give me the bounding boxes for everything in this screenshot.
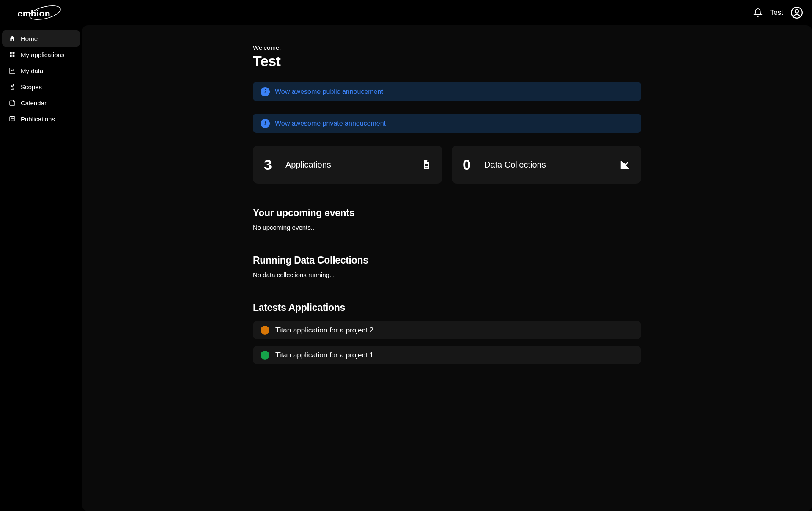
sidebar-item-my-data[interactable]: My data xyxy=(2,63,80,79)
chart-line-icon xyxy=(9,67,16,74)
stat-card-applications[interactable]: 3 Applications xyxy=(253,146,442,184)
stat-label: Applications xyxy=(285,160,421,170)
calendar-icon xyxy=(9,99,16,106)
sidebar-item-label: My applications xyxy=(21,51,64,58)
newspaper-icon xyxy=(9,115,16,122)
bell-icon xyxy=(753,8,763,17)
current-user-label: Test xyxy=(770,8,783,17)
status-dot-icon xyxy=(261,326,269,335)
application-name: Titan application for a project 1 xyxy=(275,351,373,360)
brand-logo[interactable]: embion xyxy=(17,2,63,23)
sidebar-item-applications[interactable]: My applications xyxy=(2,47,80,63)
header-actions: Test xyxy=(753,7,803,19)
svg-rect-6 xyxy=(10,55,12,57)
section-title-upcoming: Your upcoming events xyxy=(253,207,641,219)
announcement-link[interactable]: Wow awesome public annoucement xyxy=(275,88,383,96)
user-menu-button[interactable] xyxy=(791,7,803,19)
application-list-item[interactable]: Titan application for a project 1 xyxy=(253,346,641,364)
main-panel: Welcome, Test i Wow awesome public annou… xyxy=(82,25,812,511)
user-circle-icon xyxy=(791,7,803,19)
svg-rect-8 xyxy=(10,101,15,105)
chart-line-icon xyxy=(620,159,630,170)
latest-applications-list: Titan application for a project 2 Titan … xyxy=(253,321,641,364)
sidebar-item-label: Home xyxy=(21,35,38,42)
running-empty-text: No data collections running... xyxy=(253,271,641,278)
announcement-link[interactable]: Wow awesome private annoucement xyxy=(275,120,386,127)
notifications-button[interactable] xyxy=(753,8,763,17)
stat-value: 3 xyxy=(264,157,283,173)
svg-rect-5 xyxy=(13,52,15,55)
svg-text:embion: embion xyxy=(18,8,51,18)
status-dot-icon xyxy=(261,351,269,360)
sidebar-item-label: My data xyxy=(21,67,43,74)
sidebar-item-calendar[interactable]: Calendar xyxy=(2,95,80,111)
announcement-private: i Wow awesome private annoucement xyxy=(253,114,641,133)
announcement-public: i Wow awesome public annoucement xyxy=(253,82,641,101)
sidebar-item-label: Calendar xyxy=(21,99,47,107)
microscope-icon xyxy=(9,83,16,90)
info-icon: i xyxy=(261,119,270,128)
svg-rect-11 xyxy=(425,165,428,166)
sidebar-item-label: Scopes xyxy=(21,83,42,91)
upcoming-empty-text: No upcoming events... xyxy=(253,224,641,231)
welcome-username: Test xyxy=(253,53,641,69)
sidebar-item-publications[interactable]: Publications xyxy=(2,111,80,127)
embion-logo-icon: embion xyxy=(17,2,63,23)
application-name: Titan application for a project 2 xyxy=(275,326,373,335)
stat-value: 0 xyxy=(463,157,482,173)
info-icon: i xyxy=(261,87,270,96)
application-list-item[interactable]: Titan application for a project 2 xyxy=(253,321,641,339)
sidebar-item-scopes[interactable]: Scopes xyxy=(2,79,80,95)
svg-rect-7 xyxy=(13,55,15,57)
sidebar-item-home[interactable]: Home xyxy=(2,30,80,47)
svg-rect-12 xyxy=(425,167,428,168)
svg-point-3 xyxy=(795,9,798,13)
app-header: embion Test xyxy=(0,0,812,25)
applications-icon xyxy=(9,51,16,58)
welcome-greeting: Welcome, xyxy=(253,44,641,51)
svg-rect-10 xyxy=(425,164,428,165)
stats-row: 3 Applications 0 Data Collect xyxy=(253,146,641,184)
section-title-latest: Latests Applications xyxy=(253,302,641,313)
svg-rect-4 xyxy=(10,52,12,55)
document-icon xyxy=(421,159,431,170)
stat-label: Data Collections xyxy=(484,160,620,170)
stat-card-data-collections[interactable]: 0 Data Collections xyxy=(452,146,641,184)
section-title-running: Running Data Collections xyxy=(253,255,641,266)
home-icon xyxy=(9,35,16,42)
sidebar: Home My applications My data xyxy=(0,25,82,511)
sidebar-item-label: Publications xyxy=(21,115,55,123)
